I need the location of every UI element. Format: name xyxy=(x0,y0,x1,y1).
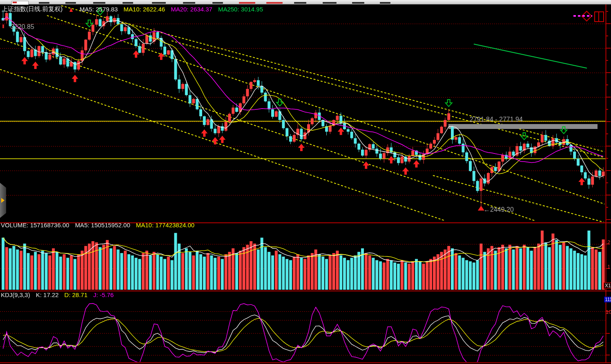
volume-ma5-value: MA5: 150515952.00 xyxy=(75,222,130,229)
menu-item-sliver[interactable] xyxy=(212,2,223,4)
split-window-icon[interactable] xyxy=(594,11,604,22)
volume-ma10-value: MA10: 177423824.00 xyxy=(136,222,194,229)
app-icon xyxy=(11,1,29,5)
kdj-axis-100: 10 xyxy=(606,309,611,315)
menu-item-sliver[interactable] xyxy=(39,2,49,4)
menu-button-red-sliver[interactable] xyxy=(266,2,283,4)
kdj-axis-top-badge: 111 xyxy=(604,297,611,302)
ma20-value: MA20: 2634.37 xyxy=(171,6,212,13)
volume-axis-upper: 2 xyxy=(607,239,610,245)
sidebar-expand-handle[interactable] xyxy=(0,183,6,218)
kdj-k-value: K: 17.22 xyxy=(36,291,59,298)
ma5-value: MA5: 2579.83 xyxy=(80,6,118,13)
volume-axis-lower: 1 xyxy=(607,264,610,270)
menu-item-sliver[interactable] xyxy=(152,2,166,4)
symbol-title: 上证指数(日线.前复权) xyxy=(2,5,62,13)
expand-arrow-icon xyxy=(1,198,4,203)
trading-app-window: 上证指数(日线.前复权) ▲ MA5: 2579.83 MA10: 2622.4… xyxy=(0,0,611,364)
volume-value: VOLUME: 157168736.00 xyxy=(1,222,69,229)
magenta-dashed-segment xyxy=(573,15,592,17)
chart-canvas[interactable] xyxy=(0,0,611,364)
menu-item-sliver[interactable] xyxy=(294,2,306,4)
menu-item-sliver[interactable] xyxy=(323,2,337,4)
ma10-value: MA10: 2622.46 xyxy=(123,6,165,13)
menu-item-sliver[interactable] xyxy=(380,2,390,4)
menu-item-sliver[interactable] xyxy=(183,2,195,4)
kdj-d-value: D: 28.71 xyxy=(65,291,88,298)
menu-item-sliver[interactable] xyxy=(123,2,133,4)
prior-high-marker xyxy=(2,24,4,28)
main-chart-header: 上证指数(日线.前复权) ▲ MA5: 2579.83 MA10: 2622.4… xyxy=(2,5,263,13)
menu-item-sliver[interactable] xyxy=(352,2,364,4)
volume-pane-header: VOLUME: 157168736.00 MA5: 150515952.00 M… xyxy=(1,222,194,229)
ma250-value: MA250: 3014.95 xyxy=(218,6,263,13)
kdj-pane-header: KDJ(9,3,3) K: 17.22 D: 28.71 J: -5.76 xyxy=(1,291,114,298)
menubar-clipped[interactable] xyxy=(0,0,611,4)
volume-scale-badge: X17 xyxy=(604,282,611,289)
up-arrow-icon: ▲ xyxy=(68,5,74,13)
menu-item-sliver[interactable] xyxy=(65,2,76,4)
kdj-name: KDJ(9,3,3) xyxy=(1,291,30,298)
kdj-j-value: J: -5.76 xyxy=(93,291,114,298)
prior-high-label: 3220.85 xyxy=(11,23,34,31)
major-low-label: ←2449.20 xyxy=(484,206,514,213)
menu-item-sliver[interactable] xyxy=(93,2,105,4)
menu-button-red-sliver[interactable] xyxy=(239,2,255,4)
gap-range-label: 2791.84 - 2771.94 xyxy=(470,116,523,123)
